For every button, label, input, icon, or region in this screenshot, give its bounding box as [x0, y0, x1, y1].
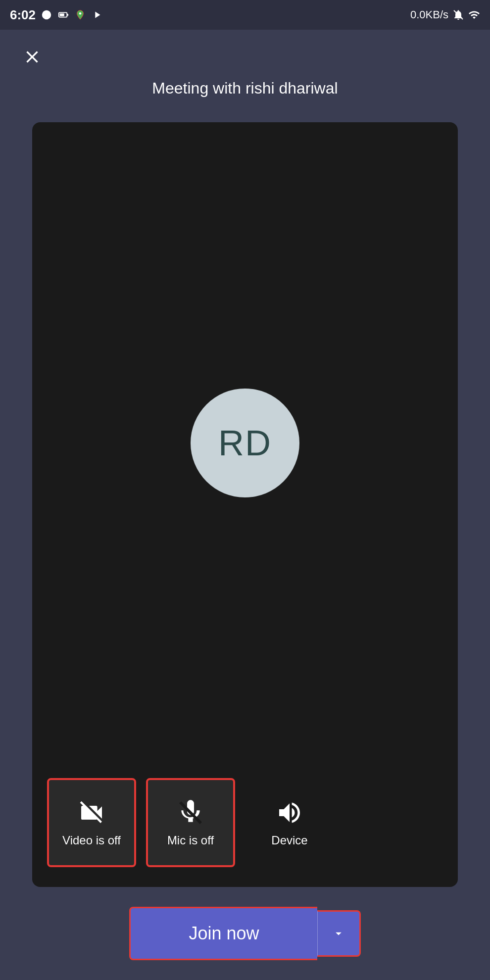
- avatar: RD: [191, 389, 299, 497]
- join-dropdown-button[interactable]: [317, 910, 361, 957]
- status-time: 6:02: [10, 7, 36, 23]
- main-content: Meeting with rishi dhariwal RD Video is …: [0, 30, 490, 980]
- mic-off-icon: [176, 798, 205, 828]
- status-bar: 6:02 0.0KB/s: [0, 0, 490, 30]
- video-toggle-button[interactable]: Video is off: [47, 778, 136, 867]
- mic-toggle-label: Mic is off: [167, 833, 214, 847]
- status-bar-right: 0.0KB/s: [410, 8, 480, 21]
- svg-point-0: [42, 10, 51, 19]
- video-off-icon: [77, 798, 106, 828]
- signal-icon: [468, 9, 480, 21]
- avatar-initials: RD: [218, 423, 272, 463]
- network-speed: 0.0KB/s: [410, 8, 448, 21]
- notification-icon: [40, 8, 53, 22]
- join-now-button[interactable]: Join now: [129, 907, 317, 960]
- device-button[interactable]: Device: [245, 778, 334, 867]
- status-bar-left: 6:02: [10, 7, 104, 23]
- device-icon: [275, 798, 304, 828]
- controls-bar: Video is off: [32, 763, 458, 887]
- close-button[interactable]: [20, 45, 45, 69]
- video-preview: RD Video is off: [32, 122, 458, 887]
- svg-rect-3: [60, 13, 64, 16]
- maps-icon: [73, 8, 87, 22]
- avatar-area: RD: [32, 122, 458, 763]
- status-icons: [40, 8, 104, 22]
- svg-point-4: [79, 12, 82, 15]
- svg-rect-2: [67, 14, 68, 16]
- mic-toggle-button[interactable]: Mic is off: [146, 778, 235, 867]
- play-icon: [90, 8, 104, 22]
- close-icon: [22, 47, 42, 67]
- battery-icon: [56, 8, 70, 22]
- bottom-area: Join now: [32, 907, 458, 960]
- svg-marker-5: [95, 12, 100, 18]
- meeting-title: Meeting with rishi dhariwal: [152, 79, 338, 98]
- video-toggle-label: Video is off: [62, 833, 121, 847]
- chevron-down-icon: [332, 927, 345, 940]
- bell-muted-icon: [452, 9, 464, 21]
- device-label: Device: [271, 833, 307, 847]
